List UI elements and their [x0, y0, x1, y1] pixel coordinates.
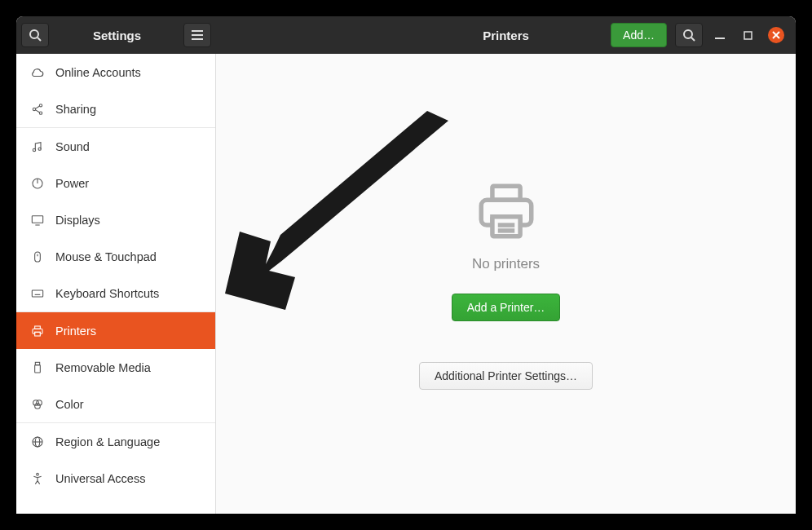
sidebar-item-label: Displays	[55, 214, 100, 227]
svg-rect-33	[35, 364, 41, 372]
svg-rect-3	[192, 34, 203, 36]
sidebar-item-sharing[interactable]: Sharing	[16, 91, 215, 127]
window-controls	[713, 27, 784, 43]
svg-rect-20	[32, 215, 42, 223]
sidebar-item-sound[interactable]: Sound	[16, 128, 215, 165]
svg-point-5	[684, 30, 692, 38]
mouse-icon	[29, 249, 46, 265]
printer-icon	[29, 323, 46, 339]
color-icon	[29, 396, 46, 413]
add-button[interactable]: Add…	[611, 23, 667, 47]
svg-rect-8	[744, 32, 752, 39]
search-icon	[682, 29, 695, 42]
sidebar-item-label: Keyboard Shortcuts	[55, 287, 159, 300]
sidebar-item-displays[interactable]: Displays	[16, 201, 215, 238]
window-close-button[interactable]	[768, 27, 784, 43]
sidebar-item-label: Removable Media	[55, 361, 151, 374]
sidebar-item-universal-access[interactable]: Universal Access	[16, 460, 215, 497]
add-printer-button[interactable]: Add a Printer…	[452, 294, 561, 321]
sidebar-item-label: Sharing	[55, 103, 96, 116]
minimize-icon	[715, 30, 725, 40]
sidebar-item-power[interactable]: Power	[16, 165, 215, 201]
hamburger-menu-button[interactable]	[183, 23, 211, 47]
window-body: Online AccountsSharingSoundPowerDisplays…	[16, 54, 796, 514]
svg-rect-31	[35, 332, 41, 336]
settings-window: Settings Printers Add…	[16, 16, 796, 514]
cloud-icon	[29, 64, 46, 81]
maximize-icon	[744, 31, 752, 40]
sound-icon	[29, 139, 46, 155]
sidebar-item-color[interactable]: Color	[16, 386, 215, 422]
hamburger-icon	[192, 30, 203, 40]
printer-icon	[473, 178, 540, 245]
svg-rect-2	[192, 30, 203, 32]
svg-point-36	[35, 403, 41, 409]
access-icon	[29, 470, 46, 487]
svg-line-14	[35, 106, 39, 108]
sidebar[interactable]: Online AccountsSharingSoundPowerDisplays…	[16, 54, 216, 514]
sidebar-item-label: Mouse & Touchpad	[55, 250, 157, 263]
window-minimize-button[interactable]	[713, 28, 727, 42]
svg-point-35	[37, 400, 42, 405]
svg-rect-7	[715, 38, 725, 39]
share-icon	[29, 101, 46, 117]
svg-point-0	[30, 30, 38, 38]
search-icon	[29, 29, 42, 42]
sidebar-item-label: Universal Access	[55, 472, 145, 485]
no-printers-message: No printers	[472, 256, 540, 272]
svg-rect-24	[32, 290, 42, 297]
sidebar-item-removable-media[interactable]: Removable Media	[16, 349, 215, 386]
sidebar-search-button[interactable]	[21, 23, 49, 47]
pane-title: Printers	[483, 29, 529, 42]
svg-point-17	[38, 148, 41, 150]
sidebar-item-label: Sound	[55, 140, 90, 153]
sidebar-item-mouse-touchpad[interactable]: Mouse & Touchpad	[16, 238, 215, 275]
pane-search-button[interactable]	[675, 23, 703, 47]
usb-icon	[29, 360, 46, 376]
sidebar-item-region-language[interactable]: Region & Language	[16, 423, 215, 460]
headerbar: Settings Printers Add…	[16, 16, 796, 54]
keyboard-icon	[29, 285, 46, 302]
window-maximize-button[interactable]	[740, 28, 755, 42]
sidebar-item-label: Printers	[55, 325, 96, 338]
sidebar-item-label: Power	[55, 177, 89, 190]
svg-line-15	[35, 109, 39, 112]
sidebar-item-label: Color	[55, 398, 84, 411]
globe-icon	[29, 434, 46, 450]
svg-rect-4	[192, 38, 203, 40]
svg-line-6	[691, 38, 695, 41]
sidebar-item-label: Region & Language	[55, 435, 160, 448]
svg-point-40	[37, 473, 39, 475]
svg-rect-22	[35, 252, 41, 262]
sidebar-item-label: Online Accounts	[55, 66, 141, 79]
svg-point-16	[33, 148, 35, 151]
power-icon	[29, 175, 46, 192]
displays-icon	[29, 212, 46, 228]
main-pane: No printers Add a Printer… Additional Pr…	[216, 54, 796, 514]
sidebar-item-printers[interactable]: Printers	[16, 312, 215, 349]
close-icon	[772, 31, 780, 39]
headerbar-right: Printers Add…	[216, 16, 796, 54]
svg-line-1	[38, 38, 41, 41]
additional-printer-settings-button[interactable]: Additional Printer Settings…	[419, 362, 593, 390]
sidebar-item-online-accounts[interactable]: Online Accounts	[16, 54, 215, 91]
sidebar-item-keyboard-shortcuts[interactable]: Keyboard Shortcuts	[16, 275, 215, 311]
headerbar-left: Settings	[16, 16, 216, 54]
